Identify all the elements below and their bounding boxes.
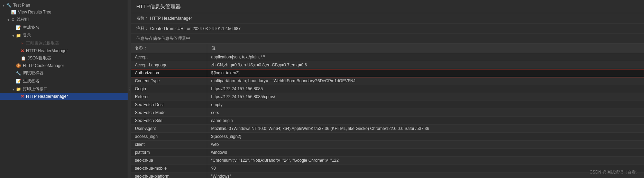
header-value-cell: "Chromium";v="122", "Not(A:Brand";v="24"… bbox=[207, 157, 644, 165]
sidebar-item-http-cookie-manager[interactable]: 🍪HTTP CookieManager bbox=[0, 62, 128, 69]
node-icon: 🍪 bbox=[16, 63, 21, 68]
header-value-cell: empty bbox=[207, 101, 644, 109]
sidebar-item-print-interface[interactable]: 📁打印上传接口 bbox=[0, 85, 128, 93]
sidebar-item-view-results-tree[interactable]: 📊View Results Tree bbox=[0, 9, 128, 16]
header-value-cell: https://172.24.157.156:8085/cpms/ bbox=[207, 93, 644, 101]
panel-title: HTTP信息头管理器 bbox=[131, 0, 644, 13]
header-value-cell: windows bbox=[207, 149, 644, 157]
sidebar-item-label: 生成签名 bbox=[23, 78, 39, 84]
header-name-cell: Accept bbox=[131, 53, 207, 61]
node-icon: 📝 bbox=[16, 79, 21, 84]
info-label: 信息头存储在信息头管理器中 bbox=[131, 34, 644, 44]
header-name-cell: access_sign bbox=[131, 133, 207, 141]
header-value-cell: https://172.24.157.156:8085 bbox=[207, 85, 644, 93]
header-value-cell: "Windows" bbox=[207, 172, 644, 178]
header-name-cell: Origin bbox=[131, 85, 207, 93]
node-icon: ✖ bbox=[21, 48, 24, 53]
col-name-header: 名称： bbox=[131, 44, 207, 53]
sidebar-item-label: HTTP CookieManager bbox=[23, 63, 64, 68]
sidebar-item-generate-sign-2[interactable]: 📝生成签名 bbox=[0, 77, 128, 85]
header-name-cell: Sec-Fetch-Site bbox=[131, 117, 207, 125]
node-icon: ✂ bbox=[21, 41, 24, 46]
sidebar-item-label: 正则表达式提取器 bbox=[26, 40, 59, 46]
table-row[interactable]: Authorization${login_token2} bbox=[131, 69, 644, 77]
table-row[interactable]: sec-ch-ua-mobile?0 bbox=[131, 165, 644, 172]
table-row[interactable]: clientweb bbox=[131, 141, 644, 149]
table-row[interactable]: Refererhttps://172.24.157.156:8085/cpms/ bbox=[131, 93, 644, 101]
node-icon: 📁 bbox=[16, 33, 21, 38]
table-row[interactable]: Sec-Fetch-Sitesame-origin bbox=[131, 117, 644, 125]
header-name-cell: sec-ch-ua-platform bbox=[131, 172, 207, 178]
header-value-cell: multipart/form-data; boundary=----WebKit… bbox=[207, 77, 644, 85]
header-value-cell: zh-CN,zh;q=0.9,en-US;q=0.8,en-GB;q=0.7,e… bbox=[207, 61, 644, 69]
header-value-cell: web bbox=[207, 141, 644, 149]
main-panel: HTTP信息头管理器 名称： HTTP HeaderManager 注释： Cr… bbox=[131, 0, 644, 178]
sidebar-item-label: HTTP HeaderManager bbox=[26, 94, 68, 99]
header-table-container: 名称： 值 Acceptapplication/json, text/plain… bbox=[131, 44, 644, 178]
header-value-cell: same-origin bbox=[207, 117, 644, 125]
resize-handle[interactable]: ⋮ bbox=[128, 0, 131, 178]
sidebar-item-label: 打印上传接口 bbox=[23, 86, 48, 92]
header-name-cell: platform bbox=[131, 149, 207, 157]
table-row[interactable]: Acceptapplication/json, text/plain, */* bbox=[131, 53, 644, 61]
name-row: 名称： HTTP HeaderManager bbox=[131, 13, 644, 24]
sidebar-item-thread-group[interactable]: ⚙线程组 bbox=[0, 16, 128, 24]
sidebar-item-label: 生成签名 bbox=[23, 25, 39, 30]
sidebar-item-label: JSON提取器 bbox=[28, 55, 51, 61]
node-icon: ✖ bbox=[21, 94, 24, 99]
sidebar-item-generate-sign[interactable]: 📝生成签名 bbox=[0, 24, 128, 31]
comment-row: 注释： Created from cURL on 2024-03-24T01:1… bbox=[131, 24, 644, 34]
node-icon: 📊 bbox=[11, 10, 16, 15]
sidebar-item-label: HTTP HeaderManager bbox=[26, 48, 68, 53]
header-value-cell: application/json, text/plain, */* bbox=[207, 53, 644, 61]
col-value-header: 值 bbox=[207, 44, 644, 53]
node-icon: 🔧 bbox=[16, 71, 21, 76]
header-name-cell: Accept-Language bbox=[131, 61, 207, 69]
table-row[interactable]: Content-Typemultipart/form-data; boundar… bbox=[131, 77, 644, 85]
sidebar-item-http-header-manager-1[interactable]: ✖HTTP HeaderManager bbox=[0, 47, 128, 54]
arrow-down-icon bbox=[12, 86, 15, 92]
table-row[interactable]: User-AgentMozilla/5.0 (Windows NT 10.0; … bbox=[131, 125, 644, 133]
sidebar-item-label: 登录 bbox=[23, 32, 31, 38]
name-value: HTTP HeaderManager bbox=[150, 16, 192, 21]
sidebar-item-json-extractor[interactable]: 📋JSON提取器 bbox=[0, 54, 128, 62]
sidebar-item-label: 线程组 bbox=[17, 17, 29, 22]
header-name-cell: sec-ch-ua bbox=[131, 157, 207, 165]
headers-table: 名称： 值 Acceptapplication/json, text/plain… bbox=[131, 44, 644, 178]
table-row[interactable]: sec-ch-ua-platform"Windows" bbox=[131, 172, 644, 178]
table-row[interactable]: platformwindows bbox=[131, 149, 644, 157]
arrow-down-icon bbox=[7, 17, 10, 22]
sidebar-item-login[interactable]: 📁登录 bbox=[0, 31, 128, 39]
sidebar-item-debug-sampler[interactable]: 🔧调试取样器 bbox=[0, 69, 128, 77]
comment-value: Created from cURL on 2024-03-24T01:12:56… bbox=[150, 26, 241, 31]
header-name-cell: Sec-Fetch-Dest bbox=[131, 101, 207, 109]
arrow-down-icon bbox=[2, 2, 5, 8]
sidebar-item-test-plan[interactable]: 🔧Test Plan bbox=[0, 1, 128, 9]
table-row[interactable]: sec-ch-ua"Chromium";v="122", "Not(A:Bran… bbox=[131, 157, 644, 165]
sidebar-item-label: Test Plan bbox=[13, 3, 30, 8]
header-value-cell: cors bbox=[207, 109, 644, 117]
sidebar-item-label: 调试取样器 bbox=[23, 70, 44, 76]
comment-label: 注释： bbox=[136, 26, 150, 31]
table-row[interactable]: Originhttps://172.24.157.156:8085 bbox=[131, 85, 644, 93]
header-name-cell: Referer bbox=[131, 93, 207, 101]
node-icon: 📝 bbox=[16, 25, 21, 30]
header-value-cell: ?0 bbox=[207, 165, 644, 172]
table-row[interactable]: Accept-Languagezh-CN,zh;q=0.9,en-US;q=0.… bbox=[131, 61, 644, 69]
table-row[interactable]: Sec-Fetch-Destempty bbox=[131, 101, 644, 109]
node-icon: 📋 bbox=[21, 56, 26, 61]
header-name-cell: sec-ch-ua-mobile bbox=[131, 165, 207, 172]
header-value-cell: Mozilla/5.0 (Windows NT 10.0; Win64; x64… bbox=[207, 125, 644, 133]
header-value-cell: ${login_token2} bbox=[207, 69, 644, 77]
sidebar-item-http-header-manager-2[interactable]: ✖HTTP HeaderManager bbox=[0, 93, 128, 100]
header-name-cell: Sec-Fetch-Mode bbox=[131, 109, 207, 117]
header-name-cell: Content-Type bbox=[131, 77, 207, 85]
node-icon: ⚙ bbox=[11, 17, 15, 22]
node-icon: 🔧 bbox=[6, 3, 11, 8]
table-row[interactable]: access_sign${access_sign2} bbox=[131, 133, 644, 141]
header-name-cell: Authorization bbox=[131, 69, 207, 77]
table-row[interactable]: Sec-Fetch-Modecors bbox=[131, 109, 644, 117]
name-label: 名称： bbox=[136, 15, 150, 21]
arrow-down-icon bbox=[12, 33, 15, 38]
sidebar-item-regex-extractor[interactable]: ✂正则表达式提取器 bbox=[0, 39, 128, 47]
